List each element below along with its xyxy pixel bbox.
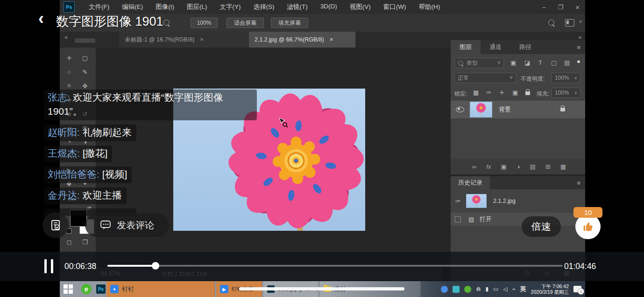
volume-icon[interactable]: ◁ — [503, 286, 507, 292]
seek-bar[interactable] — [107, 265, 563, 267]
history-doc-name: 2.1.2.jpg — [493, 198, 516, 204]
menu-help[interactable]: 帮助(H) — [418, 3, 440, 11]
filter-toggle-icon[interactable]: ● — [577, 58, 580, 65]
chevron-down-icon[interactable]: ˅ — [579, 19, 582, 24]
opacity-value: 100% — [555, 75, 569, 81]
tab-history[interactable]: 历史记录 — [451, 176, 490, 189]
menu-layer[interactable]: 图层(L) — [187, 3, 207, 11]
tray-app2-icon[interactable] — [453, 286, 460, 293]
playback-speed-button[interactable]: 倍速 — [522, 216, 561, 237]
panel-menu-icon[interactable]: ≡ — [577, 44, 580, 51]
menu-3d[interactable]: 3D(D) — [320, 3, 337, 11]
menu-type[interactable]: 文字(Y) — [220, 3, 241, 11]
fit-screen-button[interactable]: 适合屏幕 — [226, 18, 264, 28]
filter-adjust-icon[interactable]: ◪ — [524, 59, 530, 66]
tab-212jpg[interactable]: 2.1.2.jpg @ 66.7%(RGB/8) × — [249, 32, 355, 48]
layer-style-icon[interactable]: fx — [486, 163, 491, 170]
tab-layers[interactable]: 图层 — [451, 40, 481, 54]
taskbar-clock[interactable]: 下午 7:06:42 2020/2/19 星期三 — [531, 283, 569, 295]
lock-all-icon[interactable] — [525, 91, 530, 95]
home-indicator[interactable] — [239, 287, 404, 290]
laptop-icon[interactable]: ▭ — [493, 286, 498, 292]
lock-pixels-icon[interactable]: ▩ — [473, 89, 479, 96]
photoshop-taskbar-icon[interactable]: Ps — [96, 284, 106, 294]
wifi-icon[interactable]: ⋒ — [476, 286, 481, 292]
seek-bar-knob[interactable] — [152, 262, 159, 269]
layer-group-icon[interactable]: ▤ — [530, 163, 536, 170]
menu-file[interactable]: 文件(F) — [89, 3, 109, 11]
lasso-tool-icon[interactable]: ○ — [64, 66, 75, 77]
tray-app3-icon[interactable] — [464, 286, 471, 293]
browser-taskbar-icon[interactable]: e — [81, 284, 92, 294]
filter-shape-icon[interactable]: ▢ — [551, 59, 557, 66]
document-icon: ▤ — [468, 216, 474, 223]
lock-artboard-icon[interactable]: ▣ — [512, 89, 518, 96]
menu-edit[interactable]: 编辑(E) — [122, 3, 143, 11]
post-comment-button[interactable]: 发表评论 — [85, 214, 169, 237]
link-layers-icon[interactable]: ∞ — [472, 163, 476, 170]
tab-channels[interactable]: 通道 — [481, 40, 510, 54]
zoom-tool-icon[interactable] — [163, 20, 170, 26]
delete-layer-icon[interactable]: ▦ — [560, 163, 566, 170]
tab-close-icon[interactable]: × — [200, 36, 204, 43]
move-tool-icon[interactable]: ✛ — [64, 52, 75, 63]
menu-window[interactable]: 窗口(W) — [383, 3, 406, 11]
workspace-icon[interactable] — [565, 19, 574, 27]
notification-center-icon[interactable]: 1 — [573, 286, 581, 292]
ps-menu-bar: Ps 文件(F) 编辑(E) 图像(I) 图层(L) 文字(Y) 选择(S) 滤… — [60, 0, 585, 14]
filter-smart-icon[interactable]: ▤ — [564, 59, 570, 66]
tab-paths[interactable]: 路径 — [510, 40, 540, 54]
tab-close-icon[interactable]: × — [330, 36, 333, 43]
history-source-row[interactable]: ✑ 2.1.2.jpg — [451, 193, 585, 209]
back-button[interactable]: ‹ — [38, 10, 44, 27]
expand-icon[interactable]: » — [578, 34, 581, 41]
new-layer-icon[interactable]: ⊞ — [545, 163, 551, 170]
restore-icon[interactable]: ❐ — [558, 4, 564, 11]
quick-mask-icon[interactable]: ◻ — [64, 236, 75, 248]
fill-input[interactable]: 100% ∨ — [552, 88, 580, 98]
history-checkbox[interactable] — [455, 216, 461, 222]
chat-message: 王煜杰: [撒花] — [44, 145, 112, 162]
task-dingtalk[interactable]: ✦ 钉钉 — [106, 281, 215, 297]
minimize-icon[interactable]: – — [542, 4, 545, 11]
link-tray-icon[interactable]: ⌁ — [512, 286, 516, 292]
marquee-tool-icon[interactable]: ▢ — [79, 52, 91, 63]
quick-select-tool-icon[interactable]: ✎ — [79, 66, 91, 77]
search-icon[interactable] — [548, 20, 554, 26]
usb-icon[interactable]: ▮ — [485, 286, 488, 292]
tab-untitled[interactable]: 未标题-1 @ 16.7%(RGB/8) × — [119, 32, 249, 48]
chat-message: 金丹达: 欢迎主播 — [44, 187, 127, 204]
menu-filter[interactable]: 滤镜(T) — [287, 3, 308, 11]
photoshop-logo: Ps — [64, 1, 75, 13]
layer-filter-select[interactable]: 类型 ˅ — [454, 58, 504, 68]
like-button[interactable] — [575, 214, 601, 239]
history-brush-source-icon[interactable]: ✑ — [455, 198, 460, 205]
blend-mode-select[interactable]: 正常 ˅ — [454, 73, 516, 83]
close-icon[interactable]: × — [575, 3, 580, 11]
menu-image[interactable]: 图像(I) — [156, 3, 174, 11]
input-method-indicator[interactable]: 英 — [520, 285, 526, 293]
lock-position-icon[interactable]: ✛ — [499, 89, 504, 96]
layer-row-background[interactable]: 背景 — [451, 101, 585, 118]
sign-in-button[interactable] — [42, 212, 69, 238]
adjustment-layer-icon[interactable]: ◑ — [517, 163, 520, 170]
chat-text: [撒花] — [83, 148, 108, 159]
layer-thumbnail[interactable] — [470, 102, 492, 117]
lock-paint-icon[interactable]: ✑ — [486, 89, 491, 96]
collapse-icon[interactable]: « — [64, 34, 68, 41]
fill-screen-button[interactable]: 填充屏幕 — [271, 18, 308, 28]
menu-view[interactable]: 视图(V) — [350, 3, 371, 11]
menu-select[interactable]: 选择(S) — [254, 3, 275, 11]
zoom-100-button[interactable]: 100% — [191, 18, 218, 28]
opacity-input[interactable]: 100% ∨ — [552, 73, 580, 83]
start-button[interactable] — [64, 284, 73, 294]
layer-mask-icon[interactable]: ▣ — [501, 163, 506, 170]
pause-button[interactable] — [44, 259, 53, 273]
layer-visibility-icon[interactable] — [456, 107, 464, 112]
screen-mode-icon[interactable]: ❐ — [79, 236, 91, 248]
filter-pixel-icon[interactable]: ▣ — [510, 59, 516, 66]
tray-app1-icon[interactable] — [441, 286, 448, 293]
history-step-open[interactable]: ▤ 打开 — [451, 213, 585, 226]
panel-menu-icon[interactable]: ≡ — [577, 180, 580, 186]
filter-type-icon[interactable]: T — [538, 59, 542, 66]
